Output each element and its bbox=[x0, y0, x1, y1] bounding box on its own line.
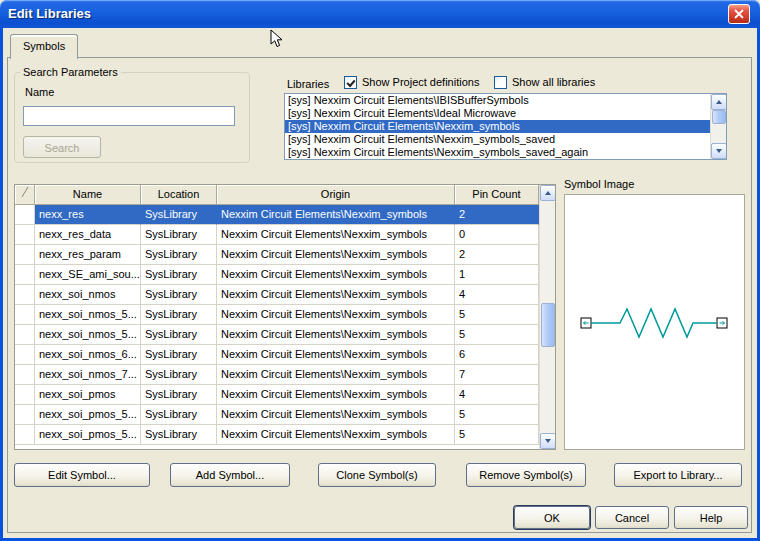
table-cell: SysLibrary bbox=[141, 285, 217, 305]
table-cell: Nexxim Circuit Elements\Nexxim_symbols bbox=[217, 285, 455, 305]
scrollbar-thumb[interactable] bbox=[712, 110, 726, 124]
table-cell: nexx_soi_nmos_6... bbox=[35, 345, 141, 365]
close-button[interactable] bbox=[728, 4, 750, 24]
table-row[interactable]: nexx_res_dataSysLibraryNexxim Circuit El… bbox=[15, 225, 539, 245]
table-cell: SysLibrary bbox=[141, 405, 217, 425]
table-cell bbox=[15, 245, 35, 265]
table-cell: 7 bbox=[455, 365, 539, 385]
column-header-location[interactable]: Location bbox=[141, 185, 217, 205]
table-row[interactable]: nexx_soi_pmos_5...SysLibraryNexxim Circu… bbox=[15, 425, 539, 445]
checkbox-icon bbox=[344, 76, 357, 89]
title-bar[interactable]: Edit Libraries bbox=[0, 0, 760, 28]
search-parameters-group: Search Parameters Name Search bbox=[14, 66, 250, 163]
table-cell: Nexxim Circuit Elements\Nexxim_symbols bbox=[217, 345, 455, 365]
ok-button[interactable]: OK bbox=[514, 506, 590, 529]
help-button[interactable]: Help bbox=[674, 506, 748, 529]
search-name-input[interactable] bbox=[23, 106, 235, 126]
table-cell: 4 bbox=[455, 285, 539, 305]
close-icon bbox=[734, 9, 744, 19]
table-row[interactable]: nexx_soi_nmos_6...SysLibraryNexxim Circu… bbox=[15, 345, 539, 365]
tab-symbols[interactable]: Symbols bbox=[10, 34, 78, 59]
search-button[interactable]: Search bbox=[23, 136, 101, 158]
library-list-item[interactable]: [sys] Nexxim Circuit Elements\Ideal Micr… bbox=[285, 107, 710, 120]
scroll-down-button[interactable] bbox=[540, 433, 556, 449]
table-row[interactable]: nexx_soi_nmos_5...SysLibraryNexxim Circu… bbox=[15, 325, 539, 345]
table-cell: nexx_res_param bbox=[35, 245, 141, 265]
column-header-name[interactable]: Name bbox=[35, 185, 141, 205]
remove-symbols-button[interactable]: Remove Symbol(s) bbox=[466, 463, 586, 487]
table-cell: SysLibrary bbox=[141, 325, 217, 345]
table-cell: Nexxim Circuit Elements\Nexxim_symbols bbox=[217, 425, 455, 445]
table-scrollbar[interactable] bbox=[539, 185, 555, 449]
show-all-libraries-checkbox[interactable]: Show all libraries bbox=[494, 75, 595, 89]
table-cell: SysLibrary bbox=[141, 205, 217, 225]
table-cell: nexx_soi_nmos_5... bbox=[35, 325, 141, 345]
table-cell bbox=[15, 225, 35, 245]
libraries-list: [sys] Nexxim Circuit Elements\IBISBuffer… bbox=[285, 94, 710, 159]
scroll-up-button[interactable] bbox=[711, 94, 727, 110]
table-cell: 4 bbox=[455, 385, 539, 405]
library-list-item[interactable]: [sys] Nexxim Circuit Elements\Nexxim_sym… bbox=[285, 146, 710, 159]
library-list-item[interactable]: [sys] Nexxim Circuit Elements\Nexxim_sym… bbox=[285, 120, 710, 133]
table-cell: SysLibrary bbox=[141, 225, 217, 245]
window-title: Edit Libraries bbox=[8, 0, 91, 27]
table-row[interactable]: nexx_res_paramSysLibraryNexxim Circuit E… bbox=[15, 245, 539, 265]
table-cell: Nexxim Circuit Elements\Nexxim_symbols bbox=[217, 385, 455, 405]
table-row[interactable]: nexx_soi_nmos_7...SysLibraryNexxim Circu… bbox=[15, 365, 539, 385]
table-cell: 5 bbox=[455, 305, 539, 325]
table-row[interactable]: nexx_resSysLibraryNexxim Circuit Element… bbox=[15, 205, 539, 225]
column-header-sort[interactable] bbox=[15, 185, 35, 205]
table-cell: Nexxim Circuit Elements\Nexxim_symbols bbox=[217, 365, 455, 385]
symbol-image-label: Symbol Image bbox=[564, 178, 634, 190]
table-cell: SysLibrary bbox=[141, 345, 217, 365]
table-cell: SysLibrary bbox=[141, 245, 217, 265]
table-cell bbox=[15, 385, 35, 405]
library-list-item[interactable]: [sys] Nexxim Circuit Elements\IBISBuffer… bbox=[285, 94, 710, 107]
library-list-item[interactable]: [sys] Nexxim Circuit Elements\Nexxim_sym… bbox=[285, 133, 710, 146]
table-row[interactable]: nexx_soi_nmos_5...SysLibraryNexxim Circu… bbox=[15, 305, 539, 325]
scroll-down-button[interactable] bbox=[711, 143, 727, 159]
column-header-origin[interactable]: Origin bbox=[217, 185, 455, 205]
libraries-label: Libraries bbox=[287, 78, 329, 90]
column-header-pin-count[interactable]: Pin Count bbox=[455, 185, 539, 205]
table-cell: 5 bbox=[455, 405, 539, 425]
name-field-label: Name bbox=[25, 86, 54, 98]
table-cell bbox=[15, 345, 35, 365]
scrollbar-thumb[interactable] bbox=[541, 303, 555, 347]
table-row[interactable]: nexx_soi_pmos_5...SysLibraryNexxim Circu… bbox=[15, 405, 539, 425]
table-cell: 6 bbox=[455, 345, 539, 365]
libraries-listbox: [sys] Nexxim Circuit Elements\IBISBuffer… bbox=[284, 93, 727, 160]
show-project-definitions-checkbox[interactable]: Show Project definitions bbox=[344, 75, 479, 89]
table-cell bbox=[15, 405, 35, 425]
table-row[interactable]: nexx_soi_nmosSysLibraryNexxim Circuit El… bbox=[15, 285, 539, 305]
table-row[interactable]: nexx_SE_ami_sou...SysLibraryNexxim Circu… bbox=[15, 265, 539, 285]
edit-symbol-button[interactable]: Edit Symbol... bbox=[14, 463, 150, 487]
table-cell bbox=[15, 205, 35, 225]
table-cell bbox=[15, 305, 35, 325]
window-border-left bbox=[0, 28, 3, 541]
scroll-up-button[interactable] bbox=[540, 185, 556, 201]
table-cell: SysLibrary bbox=[141, 305, 217, 325]
table-cell: nexx_res_data bbox=[35, 225, 141, 245]
table-cell: Nexxim Circuit Elements\Nexxim_symbols bbox=[217, 205, 455, 225]
libraries-scrollbar[interactable] bbox=[710, 94, 726, 159]
resistor-symbol-icon bbox=[565, 195, 744, 449]
table-cell bbox=[15, 265, 35, 285]
table-cell: 5 bbox=[455, 325, 539, 345]
arrow-up-icon bbox=[545, 191, 551, 195]
cancel-button[interactable]: Cancel bbox=[595, 506, 669, 529]
table-row[interactable]: nexx_soi_pmosSysLibraryNexxim Circuit El… bbox=[15, 385, 539, 405]
arrow-down-icon bbox=[545, 439, 551, 443]
export-to-library-button[interactable]: Export to Library... bbox=[614, 463, 742, 487]
table-cell: nexx_soi_pmos_5... bbox=[35, 405, 141, 425]
table-cell: nexx_soi_pmos bbox=[35, 385, 141, 405]
symbols-table: Name Location Origin Pin Count nexx_resS… bbox=[14, 184, 556, 450]
table-cell: nexx_soi_nmos bbox=[35, 285, 141, 305]
table-cell: nexx_SE_ami_sou... bbox=[35, 265, 141, 285]
table-cell: Nexxim Circuit Elements\Nexxim_symbols bbox=[217, 325, 455, 345]
table-cell bbox=[15, 325, 35, 345]
table-cell: nexx_res bbox=[35, 205, 141, 225]
add-symbol-button[interactable]: Add Symbol... bbox=[170, 463, 290, 487]
table-cell: 0 bbox=[455, 225, 539, 245]
clone-symbols-button[interactable]: Clone Symbol(s) bbox=[318, 463, 436, 487]
